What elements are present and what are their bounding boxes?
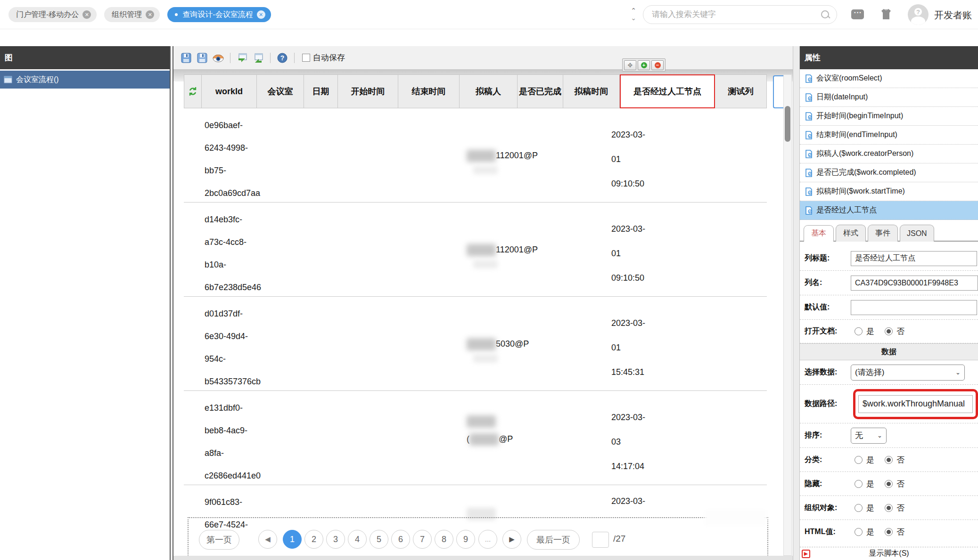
table-row[interactable]: 0e96baef-6243-4998-bb75-2bc0a69cd7aa1120…: [184, 108, 767, 203]
property-tab-基本[interactable]: 基本: [804, 225, 834, 242]
data-path-input[interactable]: $work.workThroughManual: [858, 395, 973, 413]
avatar[interactable]: ?: [908, 4, 929, 25]
move-column-button[interactable]: ✥: [624, 60, 636, 70]
column-header[interactable]: 开始时间: [338, 74, 398, 108]
refresh-header-cell[interactable]: [184, 74, 202, 108]
table-row[interactable]: d14eb3fc-a73c-4cc8-b10a-6b7e238d5e461120…: [184, 203, 767, 297]
select-data-dropdown[interactable]: (请选择)⌄: [851, 365, 965, 381]
table-row[interactable]: d01d37df-6e30-49d4-954c-b543357376cb5030…: [184, 297, 767, 391]
page-number-button[interactable]: 4: [348, 530, 367, 549]
prev-page-button[interactable]: ◀: [258, 530, 277, 549]
tab-scroll-arrows[interactable]: ⌃ ⌄: [628, 7, 639, 24]
html-yes-radio[interactable]: [855, 528, 863, 536]
hidden-no-radio[interactable]: [885, 480, 893, 488]
table-vertical-scrollbar[interactable]: [783, 74, 792, 556]
property-tab-样式[interactable]: 样式: [836, 225, 866, 242]
workspace-tab[interactable]: 门户管理-移动办公✕: [8, 7, 97, 22]
property-field-item[interactable]: 是否经过人工节点: [800, 201, 978, 220]
property-field-item[interactable]: 会议室(roomSelect): [800, 69, 978, 88]
property-tab-JSON[interactable]: JSON: [900, 225, 934, 242]
tree-item-flow[interactable]: 会议室流程(): [0, 71, 170, 89]
hidden-yes-radio[interactable]: [855, 480, 863, 488]
last-page-button[interactable]: 最后一页: [527, 530, 580, 550]
page-number-button[interactable]: 9: [456, 530, 475, 549]
close-icon[interactable]: ✕: [257, 10, 265, 19]
page-number-button[interactable]: 3: [326, 530, 345, 549]
minus-icon: −: [655, 62, 661, 68]
col-title-input[interactable]: 是否经过人工节点: [851, 251, 977, 266]
html-no-radio[interactable]: [885, 528, 893, 536]
property-field-item[interactable]: 开始时间(beginTimeInput): [800, 107, 978, 126]
window-icon: [4, 76, 12, 83]
column-header[interactable]: 拟稿时间: [563, 74, 620, 108]
property-field-item[interactable]: 拟稿时间($work.startTime): [800, 182, 978, 201]
account-name[interactable]: 开发者账: [934, 9, 978, 22]
add-column-button[interactable]: +: [638, 60, 650, 70]
page-number-button[interactable]: 5: [370, 530, 388, 549]
import-icon[interactable]: [252, 52, 264, 64]
show-script-bar[interactable]: ▶ 显示脚本(S): [800, 547, 978, 560]
table-row[interactable]: e131dbf0-beb8-4ac9-a8fa-c2686ed441e0(@P2…: [184, 391, 767, 485]
autosave-toggle[interactable]: 自动保存: [302, 52, 345, 63]
remove-column-button[interactable]: −: [651, 60, 664, 70]
search-icon[interactable]: [821, 10, 830, 19]
close-icon[interactable]: ✕: [82, 10, 91, 19]
scrollbar-thumb[interactable]: [785, 106, 790, 142]
chevron-down-icon[interactable]: ⌄: [631, 14, 636, 22]
autosave-checkbox[interactable]: [302, 54, 310, 62]
next-page-button[interactable]: ▶: [502, 530, 521, 549]
column-header[interactable]: 会议室: [257, 74, 304, 108]
property-field-item[interactable]: 是否已完成($work.completed): [800, 163, 978, 182]
workspace-tab[interactable]: 查询设计-会议室流程✕: [167, 7, 271, 22]
page-ellipsis[interactable]: …: [478, 530, 497, 549]
preview-eye-icon[interactable]: [212, 52, 224, 64]
save-icon[interactable]: [180, 52, 192, 64]
category-no-radio[interactable]: [885, 456, 893, 464]
page-jump-input[interactable]: [592, 532, 609, 548]
org-no-radio[interactable]: [885, 504, 893, 512]
help-icon[interactable]: ?: [276, 52, 288, 64]
save-all-icon[interactable]: [196, 52, 208, 64]
search-input[interactable]: [652, 10, 821, 19]
messages-icon[interactable]: [851, 9, 864, 19]
redacted-blur: [467, 338, 496, 350]
org-yes-radio[interactable]: [855, 504, 863, 512]
skin-theme-icon[interactable]: [879, 8, 893, 23]
page-number-button[interactable]: 7: [413, 530, 432, 549]
column-header[interactable]: 日期: [304, 74, 338, 108]
column-header[interactable]: workId: [202, 74, 257, 108]
column-header[interactable]: 是否已完成: [518, 74, 563, 108]
left-splitter[interactable]: [170, 46, 173, 560]
open-doc-yes-radio[interactable]: [855, 327, 863, 335]
org-object-label: 组织对象:: [805, 503, 851, 513]
column-header[interactable]: 结束时间: [398, 74, 460, 108]
column-header[interactable]: 测试列: [715, 74, 767, 108]
page-number-button[interactable]: 6: [391, 530, 410, 549]
category-yes-radio[interactable]: [855, 456, 863, 464]
right-splitter[interactable]: [793, 46, 800, 560]
toolbar-separator: [270, 53, 271, 63]
column-header[interactable]: 是否经过人工节点: [620, 74, 715, 108]
col-name-input[interactable]: CA374D9C93B00001F9948E3: [851, 276, 978, 291]
field-icon: [805, 112, 813, 121]
close-icon[interactable]: ✕: [146, 10, 154, 19]
open-doc-no-radio[interactable]: [885, 327, 893, 335]
property-field-label: 是否已完成($work.completed): [816, 168, 916, 178]
active-dot-icon: [175, 13, 178, 16]
page-number-button[interactable]: 8: [435, 530, 453, 549]
chevron-up-icon[interactable]: ⌃: [631, 7, 636, 14]
workspace-tab[interactable]: 组织管理✕: [104, 7, 160, 22]
default-input[interactable]: [851, 300, 977, 315]
page-number-button[interactable]: 1: [283, 530, 302, 549]
global-search[interactable]: [643, 5, 837, 24]
first-page-button[interactable]: 第一页: [199, 530, 239, 550]
horizontal-scrollbar[interactable]: [173, 556, 793, 560]
page-number-button[interactable]: 2: [304, 530, 323, 549]
property-field-item[interactable]: 结束时间(endTimeInput): [800, 126, 978, 145]
export-icon[interactable]: [236, 52, 248, 64]
sort-dropdown[interactable]: 无⌄: [851, 428, 887, 444]
property-field-item[interactable]: 日期(dateInput): [800, 88, 978, 107]
property-field-item[interactable]: 拟稿人($work.creatorPerson): [800, 145, 978, 163]
column-header[interactable]: 拟稿人: [460, 74, 518, 108]
property-tab-事件[interactable]: 事件: [868, 225, 898, 242]
